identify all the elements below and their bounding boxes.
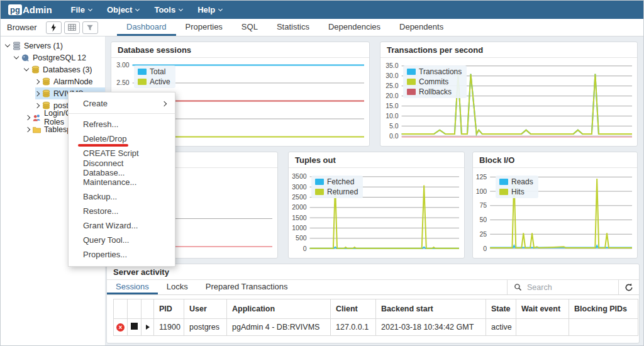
- pgadmin-logo: pgAdmin: [8, 4, 52, 15]
- col-wait-event: Wait event: [516, 299, 569, 319]
- tab-dependents[interactable]: Dependents: [390, 19, 453, 36]
- chevron-right-icon[interactable]: [35, 91, 40, 96]
- legend-label: Transactions: [419, 67, 462, 76]
- chart-legend: TransactionsCommitsRollbacks: [403, 65, 467, 98]
- chevron-down-icon: [135, 6, 140, 11]
- menu-tools[interactable]: Tools: [147, 1, 190, 19]
- refresh-button[interactable]: [619, 280, 639, 294]
- chart-legend: FetchedReturned: [311, 176, 363, 198]
- chevron-down-icon[interactable]: [5, 42, 10, 47]
- chevron-right-icon: [162, 101, 167, 106]
- browser-panel-header: Browser: [1, 19, 106, 36]
- server-activity-tabs: Sessions Locks Prepared Transactions: [107, 279, 639, 295]
- tab-sql[interactable]: SQL: [232, 19, 267, 36]
- chevron-right-icon[interactable]: [25, 114, 30, 120]
- menu-object[interactable]: Object: [99, 1, 147, 19]
- cell-backend-start: 2021-03-18 10:34:42 GMT: [376, 319, 486, 336]
- table-row: × 11900 postgres pgAdmin 4 - DB:RVIVMS 1…: [114, 319, 638, 336]
- menu-help[interactable]: Help: [190, 1, 230, 19]
- tab-sessions[interactable]: Sessions: [107, 280, 158, 294]
- menu-item-delete-drop[interactable]: Delete/Drop: [69, 131, 175, 146]
- legend-entry: Hits: [499, 187, 533, 196]
- tab-dashboard[interactable]: Dashboard: [117, 19, 176, 36]
- legend-label: Returned: [327, 187, 358, 196]
- legend-swatch: [407, 69, 416, 75]
- tree-item-postgresql-12[interactable]: PostgreSQL 12: [1, 52, 105, 64]
- col-blocking-pids: Blocking PIDs: [569, 299, 638, 319]
- legend-swatch: [407, 89, 416, 95]
- legend-swatch: [407, 79, 416, 85]
- tab-prepared-transactions[interactable]: Prepared Transactions: [197, 280, 297, 294]
- cell-client: 127.0.0.1: [331, 319, 376, 336]
- tab-properties[interactable]: Properties: [176, 19, 232, 36]
- legend-entry: Total: [138, 67, 170, 76]
- sessions-table: PID User Application Client Backend star…: [113, 299, 638, 336]
- tree-item-label: AlarmNode: [53, 77, 93, 86]
- legend-label: Active: [150, 77, 170, 86]
- terminate-session-icon[interactable]: ×: [116, 323, 125, 332]
- menu-file[interactable]: File: [64, 1, 99, 19]
- svg-text:3000: 3000: [292, 183, 307, 191]
- svg-text:100: 100: [476, 187, 487, 195]
- svg-text:2500: 2500: [292, 193, 307, 201]
- block-io-chart: 1251007550250ReadsHits: [473, 168, 637, 258]
- toolbar-row: Browser Dashboard Properties SQL Statist…: [1, 19, 643, 36]
- menu-item-maintenance[interactable]: Maintenance...: [69, 175, 175, 189]
- svg-text:2.50: 2.50: [116, 79, 130, 86]
- menu-item-properties[interactable]: Properties...: [69, 247, 175, 262]
- logo-admin-text: Admin: [23, 4, 52, 15]
- tab-dependencies[interactable]: Dependencies: [319, 19, 390, 36]
- legend-label: Hits: [511, 187, 525, 196]
- card-title: Tuples out: [289, 152, 464, 168]
- legend-swatch: [138, 79, 147, 85]
- quick-search-button[interactable]: [46, 21, 62, 34]
- svg-text:0.0: 0.0: [389, 132, 399, 140]
- filter-icon: [86, 24, 94, 31]
- menu-item-backup[interactable]: Backup...: [69, 189, 175, 204]
- filter-button[interactable]: [82, 21, 98, 34]
- tree-item-databases[interactable]: Databases (3): [1, 64, 105, 75]
- tree-item-servers[interactable]: Servers (1): [1, 40, 105, 52]
- legend-label: Total: [150, 67, 165, 76]
- cell-pid: 11900: [154, 319, 184, 336]
- expand-row-icon[interactable]: [146, 325, 150, 330]
- menu-item-query-tool[interactable]: Query Tool...: [69, 233, 175, 247]
- servers-icon: [12, 42, 21, 50]
- tree-item-label: Databases (3): [43, 65, 92, 74]
- server-activity-title: Server activity: [107, 264, 639, 279]
- svg-text:15.0: 15.0: [386, 102, 399, 109]
- tab-locks[interactable]: Locks: [158, 280, 197, 294]
- menu-item-refresh[interactable]: Refresh...: [69, 117, 175, 131]
- cell-state: active: [486, 319, 516, 336]
- card-tuples-out: Tuples out 3500300025002000150010005000F…: [288, 152, 465, 259]
- svg-text:2000: 2000: [292, 203, 307, 211]
- search-input[interactable]: [527, 283, 602, 292]
- col-application: Application: [227, 299, 331, 319]
- chevron-right-icon[interactable]: [35, 103, 40, 108]
- cancel-query-icon[interactable]: [131, 323, 138, 330]
- legend-entry: Transactions: [407, 67, 462, 76]
- tab-statistics[interactable]: Statistics: [267, 19, 319, 36]
- legend-entry: Returned: [315, 187, 358, 196]
- chevron-right-icon[interactable]: [35, 79, 40, 84]
- chevron-down-icon[interactable]: [24, 66, 29, 71]
- chevron-right-icon[interactable]: [25, 126, 30, 131]
- legend-label: Rollbacks: [419, 87, 452, 96]
- menu-item-create[interactable]: Create: [69, 96, 175, 111]
- top-menu-bar: pgAdmin File Object Tools Help: [1, 1, 643, 19]
- svg-text:0: 0: [483, 245, 487, 252]
- svg-text:30.0: 30.0: [386, 72, 399, 79]
- view-data-button[interactable]: [64, 21, 80, 34]
- menu-item-restore[interactable]: Restore...: [69, 204, 175, 218]
- chevron-down-icon[interactable]: [14, 54, 19, 59]
- card-title: Block I/O: [473, 152, 637, 168]
- svg-text:0: 0: [303, 245, 307, 252]
- tree-item-alarmnode[interactable]: AlarmNode: [1, 75, 105, 87]
- menubar: File Object Tools Help: [64, 1, 230, 19]
- menu-item-disconnect-database[interactable]: Disconnect Database...: [69, 160, 175, 175]
- menu-item-grant-wizard[interactable]: Grant Wizard...: [69, 218, 175, 233]
- svg-text:500: 500: [296, 234, 307, 242]
- legend-swatch: [499, 189, 508, 195]
- chart-legend: TotalActive: [134, 65, 175, 88]
- col-user: User: [184, 299, 227, 319]
